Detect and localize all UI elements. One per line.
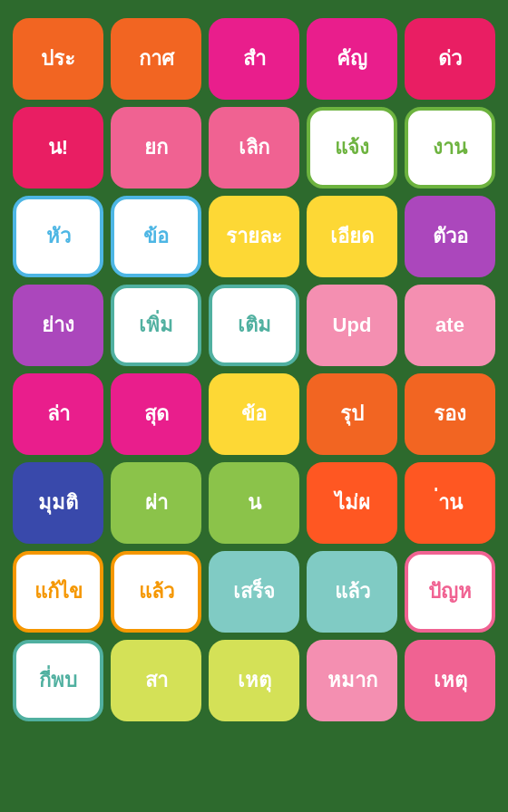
list-item[interactable]: ate: [405, 285, 495, 366]
badge-label: งาน: [433, 137, 467, 159]
list-item[interactable]: เหตุ: [405, 640, 495, 721]
list-item[interactable]: คัญ: [307, 18, 397, 100]
badge-label: ล่า: [47, 403, 70, 425]
list-item[interactable]: ย่าง: [13, 285, 103, 366]
badge-label: รุป: [340, 403, 364, 425]
badge-label: แก้ไข: [34, 581, 83, 603]
badge-label: สา: [145, 670, 168, 691]
badge-label: ่าน: [438, 492, 463, 514]
badge-label: น: [248, 492, 261, 514]
list-item[interactable]: ไม่ผ: [307, 462, 397, 544]
list-item[interactable]: สำ: [209, 18, 299, 100]
badge-label: เอียด: [330, 226, 374, 247]
badge-label: สุด: [144, 403, 169, 425]
list-item[interactable]: งาน: [405, 107, 495, 188]
list-item[interactable]: เติม: [209, 285, 299, 366]
badge-label: กี่พบ: [39, 670, 77, 691]
badge-label: เสร็จ: [233, 581, 275, 603]
list-item[interactable]: ข้อ: [209, 373, 299, 455]
list-item[interactable]: ด่ว: [405, 18, 495, 100]
badge-label: แล้ว: [139, 581, 174, 603]
badge-label: หัว: [46, 226, 71, 247]
badge-label: ตัวอ: [433, 226, 468, 247]
list-item[interactable]: เลิก: [209, 107, 299, 188]
badge-label: เหตุ: [434, 670, 467, 691]
list-item[interactable]: น!: [13, 107, 103, 188]
badge-label: เพิ่ม: [139, 314, 173, 336]
list-item[interactable]: หมาก: [307, 640, 397, 721]
list-item[interactable]: มุมติ: [13, 462, 103, 544]
list-item[interactable]: เสร็จ: [209, 551, 299, 633]
list-item[interactable]: แจ้ง: [307, 107, 397, 188]
badge-label: ยก: [144, 137, 168, 159]
list-item[interactable]: ปัญห: [405, 551, 495, 633]
list-item[interactable]: ผ่า: [111, 462, 201, 544]
badge-grid: ประกาศสำคัญด่วน!ยกเลิกแจ้งงานหัวข้อรายละ…: [4, 9, 504, 730]
list-item[interactable]: สา: [111, 640, 201, 721]
list-item[interactable]: เอียด: [307, 196, 397, 277]
list-item[interactable]: รายละ: [209, 196, 299, 277]
badge-label: หมาก: [327, 670, 377, 691]
badge-label: ย่าง: [42, 314, 74, 336]
list-item[interactable]: ข้อ: [111, 196, 201, 277]
list-item[interactable]: เหตุ: [209, 640, 299, 721]
badge-label: ปัญห: [428, 581, 472, 603]
badge-label: แล้ว: [335, 581, 370, 603]
list-item[interactable]: ่าน: [405, 462, 495, 544]
badge-label: สำ: [243, 48, 266, 70]
list-item[interactable]: รุป: [307, 373, 397, 455]
badge-label: แจ้ง: [335, 137, 369, 159]
list-item[interactable]: น: [209, 462, 299, 544]
list-item[interactable]: กาศ: [111, 18, 201, 100]
badge-label: คัญ: [337, 48, 367, 70]
badge-label: ข้อ: [143, 226, 169, 247]
list-item[interactable]: แล้ว: [111, 551, 201, 633]
badge-label: ประ: [41, 48, 75, 70]
badge-label: ผ่า: [145, 492, 168, 514]
list-item[interactable]: หัว: [13, 196, 103, 277]
badge-label: เหตุ: [238, 670, 271, 691]
list-item[interactable]: ตัวอ: [405, 196, 495, 277]
list-item[interactable]: เพิ่ม: [111, 285, 201, 366]
badge-label: Upd: [333, 314, 372, 336]
badge-label: รายละ: [226, 226, 282, 247]
badge-label: ไม่ผ: [335, 492, 370, 514]
badge-label: กาศ: [139, 48, 174, 70]
badge-label: เติม: [238, 314, 271, 336]
list-item[interactable]: แล้ว: [307, 551, 397, 633]
list-item[interactable]: กี่พบ: [13, 640, 103, 721]
badge-label: ate: [435, 314, 464, 336]
list-item[interactable]: รอง: [405, 373, 495, 455]
list-item[interactable]: ล่า: [13, 373, 103, 455]
list-item[interactable]: Upd: [307, 285, 397, 366]
badge-label: รอง: [434, 403, 466, 425]
list-item[interactable]: ประ: [13, 18, 103, 100]
list-item[interactable]: แก้ไข: [13, 551, 103, 633]
badge-label: น!: [48, 137, 68, 159]
badge-label: ด่ว: [438, 48, 462, 70]
list-item[interactable]: ยก: [111, 107, 201, 188]
badge-label: เลิก: [239, 137, 269, 159]
badge-label: ข้อ: [241, 403, 267, 425]
list-item[interactable]: สุด: [111, 373, 201, 455]
badge-label: มุมติ: [38, 492, 78, 514]
